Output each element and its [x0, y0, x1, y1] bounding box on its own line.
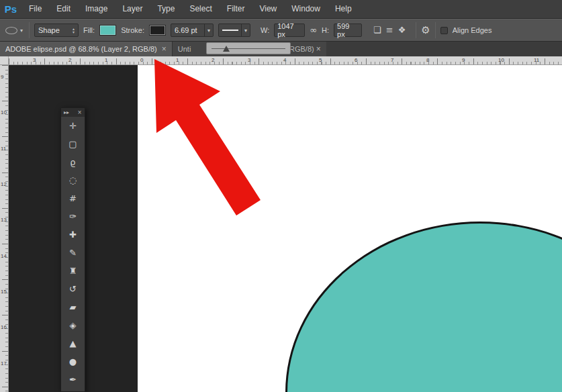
stroke-color-swatch[interactable] [149, 25, 166, 36]
rectangular-marquee-tool-button[interactable]: ▢ [61, 135, 85, 153]
ruler-mark: 3 [248, 57, 250, 63]
photoshop-window: Ps File Edit Image Layer Type Select Fil… [0, 0, 562, 392]
pen-tool-icon: ✒ [69, 375, 77, 385]
ruler-mark: 5 [319, 57, 322, 63]
ruler-mark: 3 [33, 57, 36, 63]
menu-bar: Ps File Edit Image Layer Type Select Fil… [0, 0, 562, 19]
stroke-style-dropdown-arrow-icon: ▾ [241, 24, 250, 36]
tools-palette: ▸▸ × ✛ ▢ ϱ ◌ # ✑ ✚ ✎ ♜ ↺ ▰ ◈ ▲ ● ✒ [60, 107, 85, 392]
ruler-mark: 11 [534, 57, 539, 63]
ruler-mark: 9 [462, 57, 465, 63]
ruler-mark: 8 [426, 57, 429, 63]
fill-label: Fill: [83, 26, 95, 34]
ruler-mark: 10 [498, 57, 504, 63]
menu-filter[interactable]: Filter [220, 0, 252, 18]
stroke-label: Stroke: [121, 26, 144, 34]
tab-adobe-elipse[interactable]: ADOBE elipse.psd @ 68.8% (Layer 2, RGB/8… [0, 42, 172, 56]
options-bar: ▾ Shape ▴▾ Fill: Stroke: 6.69 pt ▾ ▾ W: … [0, 19, 562, 42]
quick-selection-tool-button[interactable]: ◌ [61, 171, 85, 189]
spot-healing-brush-tool-button[interactable]: ✚ [61, 226, 85, 244]
tool-mode-value: Shape [38, 26, 60, 34]
ruler-mark: 13 [1, 217, 7, 223]
move-tool-button[interactable]: ✛ [61, 117, 85, 135]
ruler-mark: 10 [1, 110, 7, 115]
ruler-mark: 2 [68, 57, 71, 63]
chevron-down-icon: ▾ [20, 28, 23, 34]
stroke-width-input[interactable]: 6.69 pt ▾ [171, 23, 214, 37]
menu-file[interactable]: File [21, 0, 49, 18]
pen-tool-button[interactable]: ✒ [61, 371, 85, 389]
close-panel-icon[interactable]: × [77, 109, 82, 115]
ruler-mark: 2 [212, 57, 214, 63]
lasso-tool-button[interactable]: ϱ [61, 153, 85, 171]
path-arrangement-icon[interactable]: ❖ [398, 23, 406, 37]
history-brush-tool-button[interactable]: ↺ [61, 280, 85, 298]
ruler-corner [0, 56, 9, 65]
brush-tool-icon: ✎ [69, 248, 77, 258]
ruler-mark: 7 [391, 57, 393, 63]
ellipse-tool-icon [5, 27, 17, 34]
ruler-mark: 9 [1, 75, 7, 80]
height-label: H: [322, 26, 329, 34]
path-operations-icon[interactable]: ❏ [373, 23, 381, 37]
shape-width-field[interactable]: 1047 px [274, 23, 305, 37]
clone-stamp-tool-button[interactable]: ♜ [61, 262, 85, 280]
ruler-mark: 0 [140, 57, 143, 63]
menu-type[interactable]: Type [150, 0, 182, 18]
ruler-mark: 1 [176, 57, 179, 63]
menu-select[interactable]: Select [182, 0, 219, 18]
ruler-mark: 17 [1, 361, 7, 366]
spot-healing-brush-tool-icon: ✚ [69, 230, 77, 240]
fill-color-swatch[interactable] [99, 25, 116, 36]
canvas[interactable] [138, 65, 562, 392]
slider-thumb[interactable] [223, 46, 230, 52]
collapse-panel-icon[interactable]: ▸▸ [64, 109, 69, 115]
path-alignment-icon[interactable]: ≡ [386, 23, 393, 37]
menu-edit[interactable]: Edit [49, 0, 78, 18]
tools-palette-header: ▸▸ × [61, 108, 85, 117]
divider [416, 22, 416, 38]
close-icon[interactable]: × [316, 44, 321, 54]
move-tool-icon: ✛ [69, 121, 77, 131]
vertical-ruler[interactable]: 9 10 11 12 13 14 15 16 17 [0, 65, 9, 392]
stroke-style-select[interactable]: ▾ [218, 23, 250, 37]
menu-window[interactable]: Window [284, 0, 328, 18]
blur-tool-button[interactable]: ▲ [61, 334, 85, 352]
blur-tool-icon: ▲ [70, 338, 77, 348]
photoshop-logo: Ps [0, 3, 21, 15]
tab-title-fragment-left: Unti [178, 45, 191, 53]
dodge-tool-button[interactable]: ● [61, 352, 85, 371]
brush-tool-button[interactable]: ✎ [61, 244, 85, 262]
menu-image[interactable]: Image [78, 0, 115, 18]
stroke-width-value: 6.69 pt [175, 26, 197, 34]
eyedropper-tool-icon: ✑ [69, 211, 77, 222]
align-edges-checkbox[interactable] [440, 27, 448, 34]
menu-help[interactable]: Help [328, 0, 359, 18]
eraser-tool-button[interactable]: ▰ [61, 298, 85, 316]
link-dimensions-icon[interactable]: ∞ [310, 23, 317, 37]
paint-bucket-tool-button[interactable]: ◈ [61, 316, 85, 334]
tab-title: ADOBE elipse.psd @ 68.8% (Layer 2, RGB/8… [5, 45, 157, 53]
ruler-mark: 12 [1, 182, 7, 187]
canvas-ellipse[interactable] [285, 222, 562, 392]
eyedropper-tool-button[interactable]: ✑ [61, 207, 85, 226]
stroke-width-slider-popup [206, 42, 291, 54]
crop-tool-button[interactable]: # [61, 189, 85, 207]
gear-icon[interactable]: ⚙ [421, 23, 430, 37]
updown-arrows-icon: ▴▾ [73, 27, 75, 34]
horizontal-ruler[interactable]: 3 2 1 0 1 2 3 4 5 6 7 8 9 10 11 [9, 56, 562, 65]
dodge-tool-icon: ● [69, 356, 77, 366]
menu-layer[interactable]: Layer [115, 0, 150, 18]
close-icon[interactable]: × [162, 44, 167, 54]
align-edges-label: Align Edges [453, 26, 492, 34]
rectangular-marquee-tool-icon: ▢ [68, 139, 77, 149]
menu-view[interactable]: View [252, 0, 284, 18]
paint-bucket-tool-icon: ◈ [70, 320, 77, 330]
width-label: W: [261, 26, 269, 34]
tool-mode-select[interactable]: Shape ▴▾ [34, 23, 79, 37]
tool-preset-picker[interactable]: ▾ [5, 27, 23, 34]
stroke-width-dropdown-arrow-icon[interactable]: ▾ [204, 24, 213, 36]
shape-height-field[interactable]: 599 px [334, 23, 362, 37]
crop-tool-icon: # [69, 193, 77, 203]
ruler-mark: 16 [1, 325, 7, 330]
